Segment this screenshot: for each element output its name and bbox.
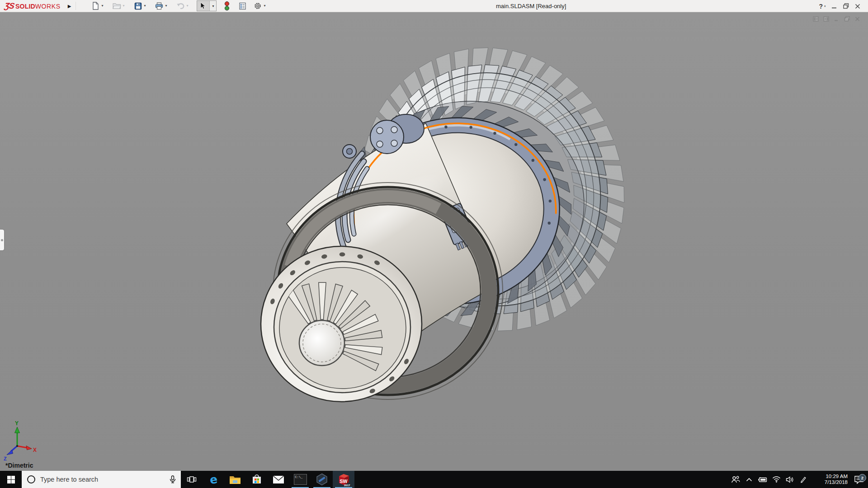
new-document-button[interactable] bbox=[90, 0, 101, 11]
undo-button bbox=[175, 0, 186, 11]
menu-flyout-arrow-icon[interactable]: ▶ bbox=[68, 0, 71, 12]
open-document-dropdown: ▾ bbox=[123, 0, 128, 11]
new-document-dropdown[interactable]: ▾ bbox=[101, 0, 107, 11]
sw-icon-year: 2017 bbox=[344, 484, 350, 487]
file-explorer-button[interactable] bbox=[224, 471, 246, 488]
x-axis-arrow bbox=[26, 446, 32, 450]
chevron-up-icon bbox=[746, 478, 752, 482]
doc-minimize-icon[interactable] bbox=[834, 16, 840, 22]
speaker-icon bbox=[786, 476, 794, 483]
save-icon bbox=[134, 2, 142, 10]
battery-icon bbox=[758, 477, 768, 483]
task-view-icon bbox=[187, 474, 197, 484]
battery-button[interactable] bbox=[756, 471, 769, 488]
clock-time: 10:29 AM bbox=[812, 474, 848, 480]
edge-button[interactable]: e bbox=[203, 471, 224, 488]
select-tool-button[interactable] bbox=[197, 1, 209, 11]
window-controls: ? ▾ bbox=[816, 0, 863, 12]
notification-badge: 2 bbox=[859, 474, 866, 482]
people-button[interactable] bbox=[729, 471, 742, 488]
windows-logo-icon bbox=[7, 476, 15, 483]
undo-icon bbox=[176, 2, 184, 9]
hexagon-app-icon bbox=[316, 473, 328, 486]
print-icon bbox=[155, 2, 163, 10]
help-button[interactable]: ? ▾ bbox=[816, 0, 828, 12]
select-tool-group: ▾ bbox=[197, 0, 217, 11]
solidworks-logo: ƷS SOLID WORKS bbox=[5, 1, 61, 11]
windows-taskbar: e bbox=[0, 471, 868, 488]
volume-button[interactable] bbox=[783, 471, 797, 488]
windows-ink-button[interactable] bbox=[797, 471, 810, 488]
doc-next-icon[interactable] bbox=[823, 16, 830, 22]
doc-restore-icon[interactable] bbox=[844, 16, 850, 22]
restore-button[interactable] bbox=[840, 0, 852, 12]
close-button[interactable] bbox=[852, 0, 863, 12]
nozzle[interactable] bbox=[261, 246, 422, 402]
x-axis-label: X bbox=[33, 447, 37, 453]
solidworks-logo-solid: SOLID bbox=[15, 3, 35, 10]
minimize-button[interactable] bbox=[828, 0, 840, 12]
mounting-lug bbox=[343, 145, 356, 158]
solidworks-logo-mark: ƷS bbox=[4, 1, 15, 11]
model-jet-engine-assembly[interactable] bbox=[0, 12, 868, 471]
select-tool-dropdown[interactable]: ▾ bbox=[209, 1, 216, 11]
microphone-icon[interactable] bbox=[169, 475, 176, 483]
new-document-icon bbox=[91, 2, 99, 10]
feature-panel-collapsed-tab[interactable] bbox=[0, 230, 4, 250]
sw-icon-text: SW bbox=[340, 479, 348, 484]
file-properties-icon bbox=[239, 2, 246, 10]
close-icon bbox=[855, 4, 860, 9]
system-tray: 10:29 AM 7/13/2018 2 bbox=[729, 471, 868, 488]
y-axis-arrow bbox=[15, 427, 20, 433]
task-view-button[interactable] bbox=[181, 471, 203, 488]
save-button[interactable] bbox=[132, 0, 144, 11]
file-properties-button[interactable] bbox=[236, 0, 248, 11]
solidworks-2017-icon: SW 2017 bbox=[337, 473, 350, 487]
help-icon: ? bbox=[819, 3, 823, 10]
people-icon bbox=[731, 476, 740, 483]
hexagon-app-button[interactable] bbox=[311, 471, 333, 488]
doc-previous-icon[interactable] bbox=[813, 16, 819, 22]
clock-date: 7/13/2018 bbox=[812, 479, 848, 486]
doc-close-icon[interactable] bbox=[854, 16, 861, 22]
wifi-button[interactable] bbox=[769, 471, 783, 488]
print-button[interactable] bbox=[153, 0, 165, 11]
wifi-icon bbox=[772, 476, 781, 483]
panel-tab-dot-icon bbox=[1, 239, 3, 241]
graphics-viewport[interactable]: Y X Z *Dimetric bbox=[0, 12, 868, 471]
open-document-icon bbox=[113, 2, 121, 9]
search-input[interactable] bbox=[39, 475, 169, 483]
undo-dropdown: ▾ bbox=[186, 0, 192, 11]
select-cursor-icon bbox=[200, 2, 207, 9]
titlebar: ƷS SOLID WORKS ▶ ▾ ▾ bbox=[0, 0, 868, 12]
toolbar-separator bbox=[75, 2, 76, 10]
minimize-icon bbox=[831, 4, 837, 9]
command-prompt-button[interactable]: C:\_ bbox=[289, 471, 311, 488]
taskbar-apps: e bbox=[181, 471, 354, 488]
window-title: main.SLDASM [Read-only] bbox=[496, 0, 566, 12]
rebuild-button[interactable] bbox=[221, 0, 233, 11]
taskbar-search-box[interactable] bbox=[22, 471, 181, 488]
start-button[interactable] bbox=[0, 471, 22, 488]
options-dropdown[interactable]: ▾ bbox=[264, 0, 269, 11]
z-axis-label: Z bbox=[4, 456, 7, 461]
options-gear-icon bbox=[254, 2, 262, 10]
solidworks-app-button[interactable]: SW 2017 bbox=[333, 471, 354, 488]
taskbar-clock[interactable]: 10:29 AM 7/13/2018 bbox=[812, 474, 848, 486]
rebuild-traffic-light-icon bbox=[224, 1, 230, 11]
action-center-button[interactable]: 2 bbox=[850, 475, 868, 484]
save-dropdown[interactable]: ▾ bbox=[144, 0, 150, 11]
quick-access-toolbar: ▾ ▾ ▾ ▾ bbox=[90, 0, 269, 11]
hidden-icons-button[interactable] bbox=[742, 471, 756, 488]
mail-button[interactable] bbox=[268, 471, 289, 488]
pen-icon bbox=[800, 476, 807, 483]
print-dropdown[interactable]: ▾ bbox=[165, 0, 171, 11]
y-axis-label: Y bbox=[15, 420, 19, 427]
open-document-button[interactable] bbox=[111, 0, 123, 11]
mail-icon bbox=[273, 475, 284, 484]
command-prompt-icon: C:\_ bbox=[294, 474, 307, 485]
microsoft-store-button[interactable] bbox=[246, 471, 268, 488]
options-button[interactable] bbox=[252, 0, 264, 11]
help-dropdown: ▾ bbox=[824, 5, 826, 8]
view-orientation-label: *Dimetric bbox=[5, 462, 33, 469]
